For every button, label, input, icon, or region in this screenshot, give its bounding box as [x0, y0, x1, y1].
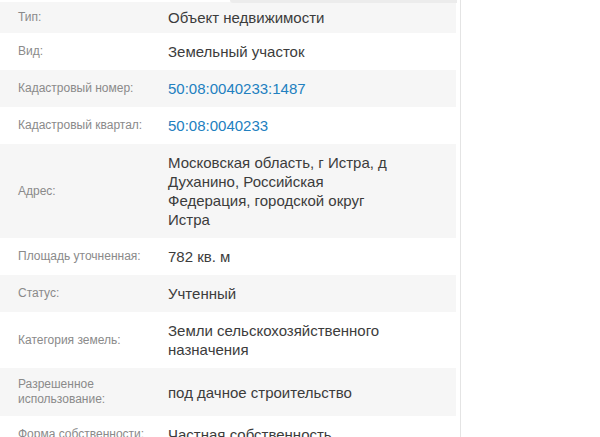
row-value: Частная собственность	[168, 425, 408, 437]
row-label: Площадь уточненная:	[18, 249, 158, 264]
row-label: Статус:	[18, 286, 158, 301]
table-row-5: Адрес: Московская область, г Истра, д Ду…	[0, 144, 456, 238]
table-row-1: Тип: Объект недвижимости	[0, 2, 456, 33]
row-label: Адрес:	[18, 184, 158, 199]
row-label: Кадастровый номер:	[18, 81, 158, 96]
top-edge-notch	[230, 0, 457, 3]
row-label: Тип:	[18, 10, 158, 25]
row-value: 50:08:0040233:1487	[168, 79, 408, 98]
table-row-4: Кадастровый квартал: 50:08:0040233	[0, 107, 456, 144]
row-value: под дачное строительство	[168, 383, 408, 402]
property-attributes-table: Тип: Объект недвижимости Вид: Земельный …	[0, 2, 456, 437]
table-row-3: Кадастровый номер: 50:08:0040233:1487	[0, 70, 456, 107]
table-row-6: Площадь уточненная: 782 кв. м	[0, 238, 456, 275]
row-label: Кадастровый квартал:	[18, 118, 158, 133]
property-info-panel: Тип: Объект недвижимости Вид: Земельный …	[0, 0, 461, 437]
cadastral-number-link[interactable]: 50:08:0040233:1487	[168, 80, 306, 97]
row-value: Земельный участок	[168, 42, 408, 61]
row-label: Форма собственности:	[18, 427, 158, 437]
table-row-10: Форма собственности: Частная собственнос…	[0, 416, 456, 437]
table-row-7: Статус: Учтенный	[0, 275, 456, 312]
row-value: 50:08:0040233	[168, 116, 408, 135]
row-label: Разрешенное использование:	[18, 377, 158, 407]
row-value: Московская область, г Истра, д Духанино,…	[168, 153, 408, 229]
row-value: 782 кв. м	[168, 247, 408, 266]
row-value: Учтенный	[168, 284, 408, 303]
table-row-9: Разрешенное использование: под дачное ст…	[0, 368, 456, 416]
row-label: Вид:	[18, 44, 158, 59]
row-value: Земли сельскохозяйственного назначения	[168, 321, 408, 359]
table-row-2: Вид: Земельный участок	[0, 33, 456, 70]
table-row-8: Категория земель: Земли сельскохозяйстве…	[0, 312, 456, 368]
row-label: Категория земель:	[18, 333, 158, 348]
row-value: Объект недвижимости	[168, 8, 408, 27]
cadastral-number-link[interactable]: 50:08:0040233	[168, 117, 268, 134]
